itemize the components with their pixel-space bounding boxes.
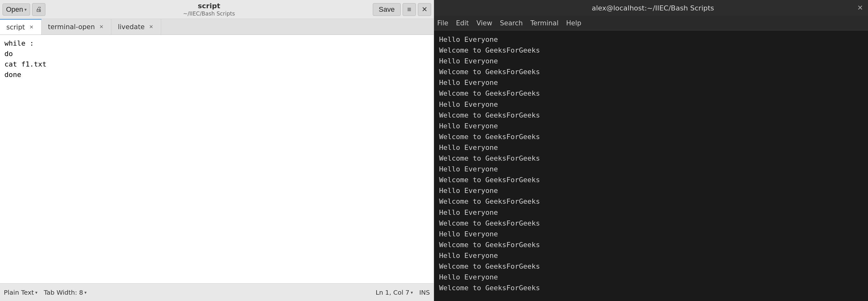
editor-text[interactable]: while : do cat f1.txt done <box>4 38 429 80</box>
cursor-label: Ln 1, Col 7 <box>376 289 409 296</box>
open-dropdown-arrow: ▾ <box>24 7 27 12</box>
terminal-titlebar: alex@localhost:~/IIEC/Bash Scripts ✕ <box>434 0 868 16</box>
open-label: Open <box>6 5 23 13</box>
screenshot-button[interactable]: 🖨 <box>32 3 45 16</box>
editor-statusbar: Plain Text ▾ Tab Width: 8 ▾ Ln 1, Col 7 … <box>0 283 434 301</box>
terminal-menu-edit[interactable]: Edit <box>456 19 469 27</box>
menu-button[interactable]: ≡ <box>403 3 416 16</box>
tab-width-dropdown-arrow: ▾ <box>84 290 87 295</box>
terminal-output[interactable]: Hello Everyone Welcome to GeeksForGeeks … <box>434 30 868 301</box>
terminal-close-button[interactable]: ✕ <box>857 4 863 12</box>
language-selector[interactable]: Plain Text ▾ <box>4 289 37 296</box>
editor-toolbar: Open ▾ 🖨 script ~/IIEC/Bash Scripts Save… <box>0 0 434 19</box>
editor-tabs: script ✕ terminal-open ✕ livedate ✕ <box>0 19 434 35</box>
open-button[interactable]: Open ▾ <box>3 3 30 15</box>
editor-content[interactable]: while : do cat f1.txt done <box>0 35 434 283</box>
terminal-menu-file[interactable]: File <box>437 19 448 27</box>
terminal-menubar: File Edit View Search Terminal Help <box>434 16 868 30</box>
tab-terminal-open[interactable]: terminal-open ✕ <box>41 19 112 35</box>
cursor-position[interactable]: Ln 1, Col 7 ▾ <box>376 289 413 296</box>
tab-terminal-open-close[interactable]: ✕ <box>98 23 105 30</box>
terminal-menu-help[interactable]: Help <box>566 19 582 27</box>
close-window-icon: ✕ <box>422 5 427 13</box>
save-button[interactable]: Save <box>373 3 401 16</box>
close-window-button[interactable]: ✕ <box>418 3 431 16</box>
insert-mode-label: INS <box>419 289 430 296</box>
tab-terminal-open-label: terminal-open <box>48 23 95 31</box>
terminal-menu-search[interactable]: Search <box>500 19 523 27</box>
tab-width-label: Tab Width: 8 <box>44 289 83 296</box>
terminal-title: alex@localhost:~/IIEC/Bash Scripts <box>448 4 857 12</box>
insert-mode: INS <box>419 289 430 296</box>
language-dropdown-arrow: ▾ <box>35 290 37 295</box>
menu-icon: ≡ <box>407 5 411 13</box>
editor-path: ~/IIEC/Bash Scripts <box>47 10 371 17</box>
tab-script-label: script <box>6 24 25 31</box>
tab-script-close[interactable]: ✕ <box>28 24 35 31</box>
tab-livedate[interactable]: livedate ✕ <box>111 19 161 35</box>
editor-panel: Open ▾ 🖨 script ~/IIEC/Bash Scripts Save… <box>0 0 434 301</box>
terminal-menu-view[interactable]: View <box>476 19 492 27</box>
editor-filename: script <box>47 2 371 10</box>
screenshot-icon: 🖨 <box>35 6 42 13</box>
editor-title: script ~/IIEC/Bash Scripts <box>47 2 371 17</box>
tab-livedate-label: livedate <box>118 23 144 31</box>
tab-livedate-close[interactable]: ✕ <box>148 23 155 30</box>
language-label: Plain Text <box>4 289 34 296</box>
terminal-panel: alex@localhost:~/IIEC/Bash Scripts ✕ Fil… <box>434 0 868 301</box>
tab-script[interactable]: script ✕ <box>0 19 41 35</box>
terminal-menu-terminal[interactable]: Terminal <box>530 19 559 27</box>
tab-width-selector[interactable]: Tab Width: 8 ▾ <box>44 289 87 296</box>
cursor-dropdown-arrow: ▾ <box>410 290 413 295</box>
